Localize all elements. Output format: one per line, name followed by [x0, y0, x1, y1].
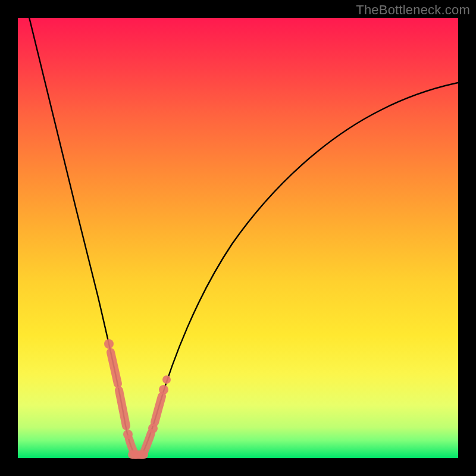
left-marker-mid	[119, 390, 126, 426]
curves-layer	[18, 18, 458, 458]
watermark-text: TheBottleneck.com	[356, 2, 470, 18]
left-marker-dot-1	[104, 339, 114, 349]
right-marker-dot-2	[162, 375, 171, 384]
gradient-plot-area	[18, 18, 458, 458]
valley-dot-2	[137, 450, 146, 459]
right-marker-lower	[144, 433, 151, 452]
right-marker-upper	[155, 396, 162, 422]
left-marker-upper	[111, 352, 118, 384]
right-curve	[142, 82, 461, 455]
